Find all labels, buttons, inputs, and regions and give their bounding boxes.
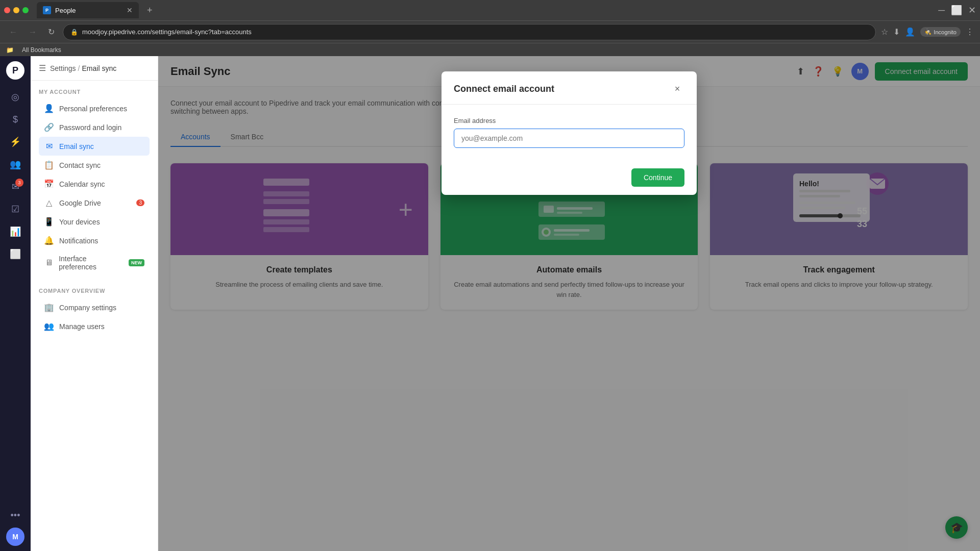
reload-button[interactable]: ↻	[45, 25, 58, 39]
tab-close-icon[interactable]: ✕	[127, 6, 133, 14]
rail-icon-activity[interactable]: ⚡	[5, 132, 26, 152]
icon-rail: P ◎ $ ⚡ 👥 ✉ 3 ☑ 📊 ⬜ ••• M	[0, 56, 31, 551]
rail-icon-box[interactable]: ⬜	[5, 244, 26, 264]
manage-users-icon: 👥	[44, 321, 54, 331]
notifications-icon: 🔔	[44, 236, 54, 245]
dialog-body: Email address	[442, 105, 697, 160]
your-devices-label: Your devices	[59, 218, 100, 226]
breadcrumb-root[interactable]: Settings	[50, 64, 76, 72]
email-input[interactable]	[454, 129, 684, 148]
dialog-close-button[interactable]: ×	[670, 82, 684, 96]
sidebar-item-contact-sync[interactable]: 📋 Contact sync	[39, 156, 150, 174]
bookmarks-bar: 📁 All Bookmarks	[0, 43, 980, 56]
rail-icon-deals[interactable]: $	[5, 109, 26, 130]
interface-prefs-icon: 🖥	[44, 258, 54, 267]
sidebar-item-notifications[interactable]: 🔔 Notifications	[39, 231, 150, 250]
pipedrive-logo[interactable]: P	[6, 61, 24, 80]
bookmark-star-icon[interactable]: ☆	[881, 27, 888, 37]
connect-email-dialog: Connect email account × Email address Co…	[442, 71, 697, 195]
contact-sync-label: Contact sync	[59, 161, 101, 169]
rail-icon-email[interactable]: ✉ 3	[5, 177, 26, 197]
tab-title: People	[55, 7, 76, 14]
google-drive-badge: 3	[136, 199, 144, 206]
back-button[interactable]: ←	[6, 26, 20, 39]
new-badge: NEW	[129, 259, 144, 266]
rail-icon-tasks[interactable]: ☑	[5, 199, 26, 219]
email-sync-label: Email sync	[59, 142, 94, 151]
all-bookmarks-link[interactable]: All Bookmarks	[18, 45, 65, 55]
calendar-sync-label: Calendar sync	[59, 180, 105, 188]
breadcrumb-current: Email sync	[82, 64, 116, 72]
url-text: moodjoy.pipedrive.com/settings/email-syn…	[82, 28, 252, 36]
sidebar-item-your-devices[interactable]: 📱 Your devices	[39, 212, 150, 231]
browser-nav-bar: ← → ↻ 🔒 moodjoy.pipedrive.com/settings/e…	[0, 20, 980, 43]
company-settings-icon: 🏢	[44, 303, 54, 312]
email-badge: 3	[15, 179, 23, 187]
forward-button[interactable]: →	[26, 26, 40, 39]
sidebar-item-manage-users[interactable]: 👥 Manage users	[39, 317, 150, 336]
google-drive-label: Google Drive	[59, 199, 101, 207]
sidebar-item-password-login[interactable]: 🔗 Password and login	[39, 118, 150, 137]
sidebar-item-calendar-sync[interactable]: 📅 Calendar sync	[39, 174, 150, 193]
company-section: COMPANY OVERVIEW 🏢 Company settings 👥 Ma…	[31, 280, 158, 340]
interface-preferences-label: Interface preferences	[59, 255, 124, 271]
devices-icon: 📱	[44, 217, 54, 227]
bookmarks-folder-icon: 📁	[6, 46, 14, 54]
profile-icon[interactable]: 👤	[905, 27, 915, 37]
my-account-title: MY ACCOUNT	[39, 89, 150, 95]
password-icon: 🔗	[44, 122, 54, 132]
email-label: Email address	[454, 117, 684, 124]
rail-icon-dots[interactable]: •••	[5, 505, 26, 525]
incognito-label: Incognito	[934, 29, 957, 35]
company-settings-label: Company settings	[59, 304, 116, 312]
extensions-icon[interactable]: ⋮	[966, 27, 974, 37]
dialog-footer: Continue	[442, 160, 697, 195]
contact-sync-icon: 📋	[44, 160, 54, 170]
sidebar-header: ☰ Settings / Email sync	[31, 56, 158, 81]
browser-controls	[4, 7, 33, 13]
lock-icon: 🔒	[70, 29, 78, 36]
incognito-badge: 🕵 Incognito	[920, 27, 961, 37]
personal-preferences-label: Personal preferences	[59, 105, 127, 113]
window-close-button[interactable]: ✕	[968, 5, 976, 16]
breadcrumb: Settings / Email sync	[50, 64, 116, 72]
new-tab-button[interactable]: +	[143, 3, 157, 18]
rail-icon-people[interactable]: 👥	[5, 154, 26, 174]
address-bar[interactable]: 🔒 moodjoy.pipedrive.com/settings/email-s…	[63, 24, 876, 40]
sidebar-toggle-icon[interactable]: ☰	[39, 63, 46, 73]
rail-avatar[interactable]: M	[6, 528, 24, 546]
calendar-sync-icon: 📅	[44, 179, 54, 189]
rail-icon-reports[interactable]: 📊	[5, 221, 26, 242]
dialog-overlay: Connect email account × Email address Co…	[158, 56, 980, 551]
breadcrumb-separator: /	[78, 64, 80, 72]
tab-favicon: P	[43, 6, 51, 14]
main-content: Email Sync ⬆ ❓ 💡 M Connect email account…	[158, 56, 980, 551]
sidebar-item-google-drive[interactable]: △ Google Drive 3	[39, 193, 150, 212]
my-account-section: MY ACCOUNT 👤 Personal preferences 🔗 Pass…	[31, 81, 158, 280]
dialog-title: Connect email account	[454, 84, 554, 94]
personal-preferences-icon: 👤	[44, 104, 54, 113]
browser-tab[interactable]: P People ✕	[37, 2, 139, 18]
rail-icon-target[interactable]: ◎	[5, 87, 26, 107]
browser-title-bar: P People ✕ + ─ ⬜ ✕	[0, 0, 980, 20]
sidebar-item-email-sync[interactable]: ✉ Email sync	[39, 137, 150, 156]
password-login-label: Password and login	[59, 123, 121, 132]
sidebar-item-interface-preferences[interactable]: 🖥 Interface preferences NEW	[39, 250, 150, 276]
minimize-button[interactable]: ─	[938, 5, 945, 16]
email-sync-icon: ✉	[44, 141, 54, 151]
app-container: P ◎ $ ⚡ 👥 ✉ 3 ☑ 📊 ⬜ ••• M ☰ Settings / E…	[0, 56, 980, 551]
dialog-header: Connect email account ×	[442, 71, 697, 105]
incognito-icon: 🕵	[924, 29, 932, 35]
google-drive-icon: △	[44, 198, 54, 208]
sidebar-item-company-settings[interactable]: 🏢 Company settings	[39, 298, 150, 317]
company-section-title: COMPANY OVERVIEW	[39, 288, 150, 294]
sidebar-item-personal-preferences[interactable]: 👤 Personal preferences	[39, 99, 150, 118]
restore-button[interactable]: ⬜	[951, 5, 962, 16]
nav-actions: ☆ ⬇ 👤 🕵 Incognito ⋮	[881, 27, 974, 37]
sidebar: ☰ Settings / Email sync MY ACCOUNT 👤 Per…	[31, 56, 158, 551]
download-icon[interactable]: ⬇	[893, 27, 900, 37]
browser-chrome: P People ✕ + ─ ⬜ ✕ ← → ↻ 🔒 moodjoy.piped…	[0, 0, 980, 56]
continue-button[interactable]: Continue	[631, 168, 684, 187]
manage-users-label: Manage users	[59, 322, 105, 331]
notifications-label: Notifications	[59, 237, 98, 245]
